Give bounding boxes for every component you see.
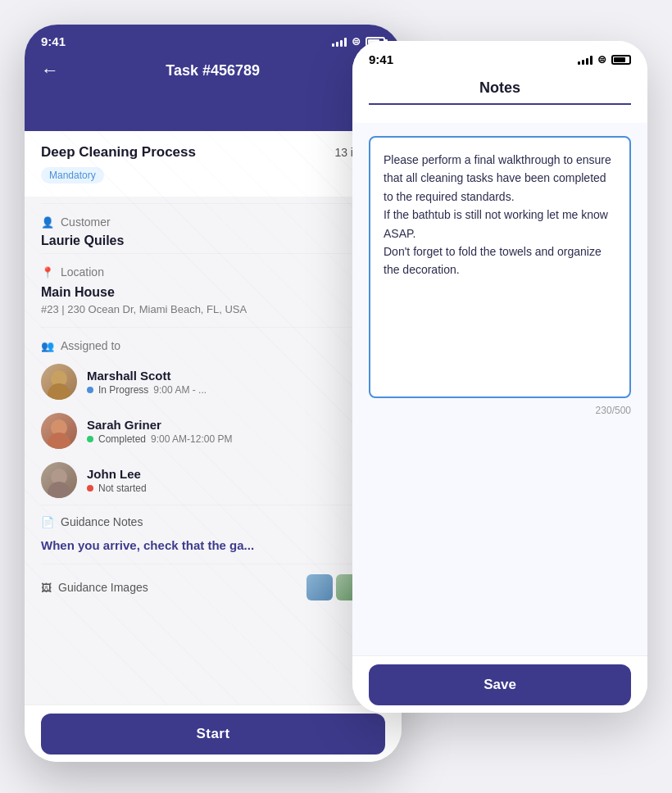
task-title: Deep Cleaning Process [41, 144, 196, 161]
customer-name: Laurie Quiles [25, 233, 402, 253]
save-button[interactable]: Save [369, 664, 631, 705]
phone2-footer: Save [352, 655, 647, 713]
status-dot-1 [87, 436, 93, 442]
phone1-footer: Start [25, 705, 402, 762]
thumb-1 [306, 574, 333, 600]
phone1-task-detail: 9:41 ⊜ ← Task #456789 ··· [25, 25, 402, 762]
guidance-images-row[interactable]: Guidance Images 5 › [25, 564, 402, 610]
assignee-row-0[interactable]: Marshall Scott In Progress 9:00 AM - ... [25, 357, 402, 406]
phone2-header: 9:41 ⊜ Notes [352, 41, 647, 123]
status-bar-2: 9:41 ⊜ [369, 41, 631, 73]
assignee-info-0: Marshall Scott In Progress 9:00 AM - ... [87, 369, 385, 396]
page-title-1: Task #456789 [166, 62, 260, 79]
location-label: Location [25, 254, 402, 283]
phone1-header: 9:41 ⊜ ← Task #456789 ··· [25, 25, 402, 131]
signal-icon [332, 37, 347, 47]
guidance-notes-label: Guidance Notes [41, 515, 143, 528]
avatar-marshall [41, 364, 77, 400]
start-button[interactable]: Start [41, 714, 385, 754]
assignee-row-1[interactable]: Sarah Griner Completed 9:00 AM-12:00 PM [25, 406, 402, 455]
status-label-2: Not started [98, 483, 147, 494]
notes-content[interactable]: Please perform a final walkthrough to en… [384, 151, 616, 279]
avatar-john [41, 462, 77, 498]
assignee-name-2: John Lee [87, 467, 385, 481]
status-dot-0 [87, 387, 93, 393]
notes-textarea-wrapper[interactable]: Please perform a final walkthrough to en… [369, 136, 631, 398]
char-count: 230/500 [369, 405, 631, 416]
assignee-name-1: Sarah Griner [87, 418, 385, 432]
assignee-info-1: Sarah Griner Completed 9:00 AM-12:00 PM [87, 418, 385, 445]
signal-icon-2 [578, 55, 593, 65]
phone2-body: Please perform a final walkthrough to en… [352, 123, 647, 655]
status-bar-1: 9:41 ⊜ [41, 25, 385, 53]
location-name: Main House [41, 285, 115, 300]
status-label-1: Completed [98, 433, 146, 445]
customer-section-label: Customer [61, 215, 111, 229]
nav-bar-1: ← Task #456789 ··· [41, 53, 385, 88]
assignee-row-2[interactable]: John Lee Not started [25, 455, 402, 505]
back-button[interactable]: ← [41, 60, 59, 81]
images-icon [41, 581, 52, 594]
mandatory-badge: Mandatory [41, 167, 104, 184]
location-name-row[interactable]: Main House › [25, 283, 402, 303]
customer-label: Customer [25, 204, 402, 233]
wifi-icon-2: ⊜ [597, 53, 606, 66]
avatar-sarah [41, 413, 77, 449]
time-2: 9:41 [369, 52, 393, 66]
guidance-notes-row[interactable]: Guidance Notes › [25, 505, 402, 538]
status-icons-2: ⊜ [578, 53, 631, 66]
customer-icon [41, 215, 54, 229]
guidance-images-label: Guidance Images [41, 581, 148, 594]
time-1: 9:41 [41, 34, 66, 48]
location-section-label: Location [61, 265, 104, 279]
assigned-label: Assigned to [25, 328, 402, 357]
assignee-status-0: In Progress 9:00 AM - ... [87, 384, 385, 396]
battery-icon-2 [611, 55, 631, 65]
guidance-images-section-label: Guidance Images [58, 581, 148, 594]
svg-point-1 [48, 383, 70, 400]
phone2-notes: 9:41 ⊜ Notes [352, 41, 647, 713]
status-time-0: 9:00 AM - ... [153, 384, 207, 396]
assignee-status-1: Completed 9:00 AM-12:00 PM [87, 433, 385, 445]
wifi-icon: ⊜ [352, 35, 361, 48]
svg-point-5 [48, 482, 70, 498]
status-dot-2 [87, 485, 93, 492]
assignee-name-0: Marshall Scott [87, 369, 385, 383]
location-icon [41, 265, 54, 279]
svg-point-3 [48, 433, 70, 449]
assignee-info-2: John Lee Not started [87, 467, 385, 494]
assigned-section-label: Assigned to [61, 339, 120, 352]
notes-icon [41, 515, 54, 528]
task-title-row: Deep Cleaning Process 13 items › [41, 144, 385, 161]
notes-title: Notes [369, 73, 631, 105]
phone1-body: Deep Cleaning Process 13 items › Mandato… [25, 131, 402, 705]
task-section: Deep Cleaning Process 13 items › Mandato… [25, 131, 402, 197]
status-time-1: 9:00 AM-12:00 PM [151, 433, 232, 445]
status-label-0: In Progress [98, 384, 148, 396]
guidance-notes-section-label: Guidance Notes [61, 515, 143, 528]
location-address: #23 | 230 Ocean Dr, Miami Beach, FL, USA [25, 303, 402, 327]
guidance-notes-preview[interactable]: When you arrive, check that the ga... [25, 538, 402, 564]
assignee-status-2: Not started [87, 483, 385, 494]
assign-icon [41, 339, 54, 352]
